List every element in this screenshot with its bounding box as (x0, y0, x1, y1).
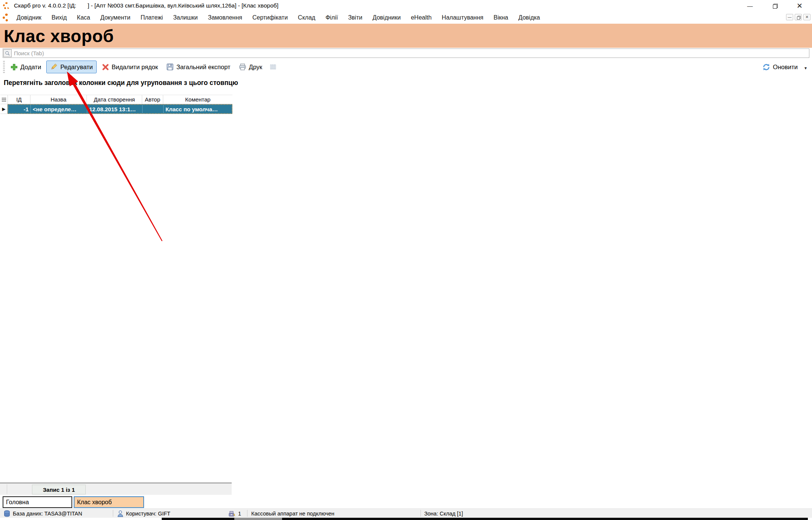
mdi-window-controls: — ✕ (786, 14, 810, 20)
minimize-icon: — (747, 3, 753, 9)
toolbar-right: Оновити ▾ (759, 59, 807, 75)
menu-kasa[interactable]: Каса (77, 14, 90, 21)
refresh-button-label: Оновити (773, 64, 798, 71)
menu-dovidnyk[interactable]: Довідник (17, 14, 41, 21)
toolbar-grip[interactable] (3, 61, 5, 73)
print-button-label: Друк (249, 64, 263, 71)
mdi-close-icon: ✕ (805, 15, 809, 20)
zone-label: Зона: Склад [1] (424, 511, 463, 517)
search-input[interactable] (12, 50, 809, 56)
export-button-label: Загальний експорт (176, 64, 231, 71)
window-title: Скарб pro v. 4.0.0.2 [ІД: ] - [Апт №003 … (14, 2, 278, 9)
menu-filii[interactable]: Філії (325, 14, 338, 21)
menu-nalashtuvannya[interactable]: Налаштування (442, 14, 484, 21)
minimize-button[interactable]: — (738, 0, 762, 11)
menu-items: Довідник Вихід Каса Документи Платежі За… (17, 14, 540, 21)
close-button[interactable]: ✕ (787, 0, 812, 11)
cash-count: 1 (238, 511, 241, 517)
database-label: База даних: TASA3@TITAN (13, 511, 82, 517)
menu-sklad[interactable]: Склад (298, 14, 315, 21)
delete-row-label: Видалити рядок (112, 64, 158, 71)
statusbar-zone: Зона: Склад [1] (424, 509, 463, 518)
menu-zamovlennya[interactable]: Замовлення (208, 14, 242, 21)
record-bar-divider (7, 484, 7, 494)
window-controls: — ✕ (738, 0, 812, 11)
close-icon: ✕ (797, 2, 803, 10)
export-floppy-icon (166, 63, 174, 71)
annotation-arrow (0, 0, 812, 520)
columns-icon (270, 64, 276, 70)
selected-row[interactable]: -1 <не определе… 12.08.2015 13:1… Класс … (8, 104, 232, 114)
mdi-minimize-button[interactable]: — (786, 14, 793, 20)
menu-bar: Довідник Вихід Каса Документи Платежі За… (0, 11, 812, 24)
search-box (3, 49, 809, 58)
search-button[interactable] (3, 49, 12, 57)
cell-id: -1 (8, 105, 31, 113)
add-icon (11, 64, 18, 71)
cell-name: <не определе… (31, 105, 87, 113)
page-header: Клас хвороб (0, 24, 812, 48)
menu-sertyfikaty[interactable]: Сертифікати (252, 14, 288, 21)
row-indicator: ▶ (0, 104, 8, 114)
refresh-button[interactable]: Оновити (759, 61, 801, 74)
record-navigator-bar: Запис 1 із 1 (0, 482, 232, 495)
menu-ehealth[interactable]: eHealth (411, 14, 431, 21)
tab-main[interactable]: Головна (3, 496, 72, 508)
column-header-created[interactable]: Дата створення (87, 95, 142, 104)
grid-header-row: ІД Назва Дата створення Автор Коментар (0, 95, 232, 104)
menu-logo-icon (3, 14, 11, 21)
record-count: Запис 1 із 1 (32, 485, 86, 494)
add-button[interactable]: Додати (7, 61, 45, 73)
menu-dovidka[interactable]: Довідка (518, 14, 540, 21)
statusbar-divider (247, 510, 247, 517)
menu-platezhi[interactable]: Платежі (141, 14, 163, 21)
add-button-label: Додати (20, 64, 41, 71)
grid-selector-header[interactable] (0, 95, 8, 104)
title-bar: Скарб pro v. 4.0.0.2 [ІД: ] - [Апт №003 … (0, 0, 812, 11)
mdi-restore-icon (797, 16, 800, 19)
restore-icon (773, 4, 777, 8)
menu-zvity[interactable]: Звіти (348, 14, 362, 21)
database-icon (4, 510, 10, 517)
column-header-comment[interactable]: Коментар (163, 95, 232, 104)
bottom-edge-strip (0, 518, 812, 520)
app-logo-icon (3, 2, 10, 9)
statusbar-database: База даних: TASA3@TITAN (4, 509, 82, 518)
menu-dovidnyky[interactable]: Довідники (372, 14, 401, 21)
cash-status-label: Кассовый аппарат не подключен (251, 511, 334, 517)
refresh-dropdown-caret[interactable]: ▾ (804, 65, 807, 71)
column-header-name[interactable]: Назва (30, 95, 87, 104)
cell-comment: Класс по умолча… (164, 105, 232, 113)
restore-button[interactable] (762, 0, 787, 11)
status-bar: База даних: TASA3@TITAN Користувач: GIFT… (0, 508, 812, 518)
delete-row-button[interactable]: Видалити рядок (98, 61, 162, 73)
menu-zalyshky[interactable]: Залишки (173, 14, 198, 21)
data-grid: ІД Назва Дата створення Автор Коментар ▶… (0, 95, 232, 114)
mdi-restore-button[interactable] (795, 14, 802, 20)
tab-bar: Головна Клас хвороб (0, 495, 812, 508)
delete-x-icon (102, 64, 109, 71)
menu-vykhid[interactable]: Вихід (52, 14, 67, 21)
mdi-minimize-icon: — (788, 15, 792, 19)
print-button[interactable]: Друк (235, 61, 266, 73)
menu-vikna[interactable]: Вікна (493, 14, 508, 21)
user-icon (117, 510, 123, 517)
menu-dokumenty[interactable]: Документи (100, 14, 131, 21)
print-icon (239, 63, 246, 71)
column-header-id[interactable]: ІД (8, 95, 30, 104)
column-header-author[interactable]: Автор (142, 95, 163, 104)
cell-author (143, 105, 164, 113)
tab-klas-khvorob[interactable]: Клас хвороб (74, 496, 144, 508)
cash-register-icon (228, 510, 235, 517)
grid-selector-icon (2, 97, 6, 102)
edit-pencil-icon (50, 63, 58, 71)
edit-button-label: Редагувати (60, 64, 93, 71)
page-title: Клас хвороб (0, 24, 812, 46)
mdi-close-button[interactable]: ✕ (803, 14, 810, 20)
column-chooser-button[interactable] (266, 61, 280, 73)
export-button[interactable]: Загальний експорт (162, 61, 234, 73)
refresh-icon (762, 63, 770, 71)
edit-button[interactable]: Редагувати (46, 61, 96, 73)
table-row[interactable]: ▶ -1 <не определе… 12.08.2015 13:1… Клас… (0, 104, 232, 114)
toolbar: Додати Редагувати Видалити рядок Загальн… (0, 59, 812, 75)
